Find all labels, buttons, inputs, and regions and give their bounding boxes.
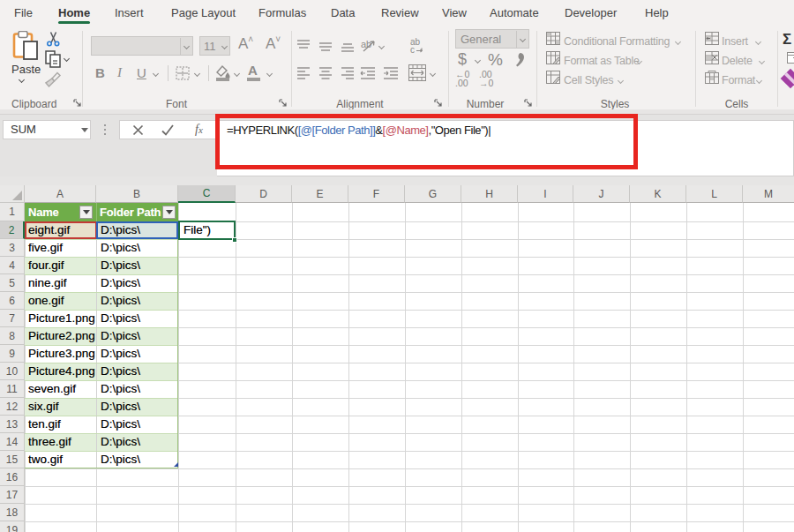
- svg-text:c: c: [410, 45, 415, 54]
- svg-text:ab: ab: [361, 39, 371, 49]
